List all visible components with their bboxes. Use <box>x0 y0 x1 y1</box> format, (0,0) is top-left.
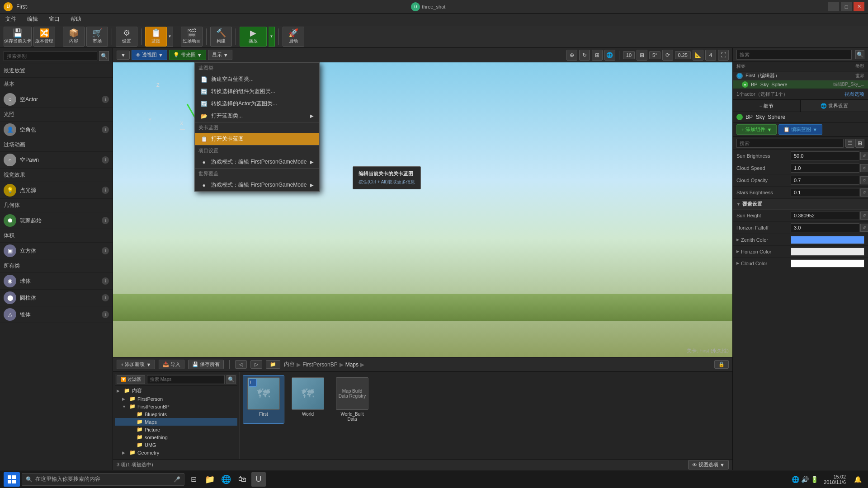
cutscene-button[interactable]: 🎬 过场动画 <box>181 27 203 47</box>
bp-open-class-button[interactable]: 📂 打开蓝图类... ▶ <box>195 110 319 122</box>
cam-speed-btn[interactable]: 4 <box>705 50 716 61</box>
add-component-button[interactable]: + 添加组件 ▼ <box>736 124 777 135</box>
filter-button[interactable]: 🔽 过滤器 <box>117 375 145 384</box>
point-light-info-icon[interactable]: ℹ <box>102 187 109 194</box>
sun-brightness-input[interactable] <box>791 151 859 160</box>
breadcrumb-maps[interactable]: Maps <box>345 361 359 368</box>
file-item-world[interactable]: 🗺 World <box>288 375 328 423</box>
player-start-info-icon[interactable]: ℹ <box>102 217 109 224</box>
lit-button[interactable]: 💡 带光照 ▼ <box>169 50 206 60</box>
content-button[interactable]: 📦 内容 <box>63 27 85 47</box>
maximize-button[interactable]: □ <box>841 2 852 11</box>
sun-brightness-reset[interactable]: ↺ <box>860 152 868 160</box>
empty-pawn-info-icon[interactable]: ℹ <box>102 156 109 164</box>
nav-forward-button[interactable]: ▷ <box>250 360 262 369</box>
category-recent[interactable]: 最近放置 <box>0 64 113 78</box>
battery-icon[interactable]: 🔋 <box>811 476 818 483</box>
sphere-info-icon[interactable]: ℹ <box>102 277 109 285</box>
search-maps-input[interactable] <box>147 375 225 384</box>
category-item-cube[interactable]: ▣ 立方体 ℹ <box>0 243 113 259</box>
settings-button[interactable]: ⚙ 设置 <box>116 27 137 47</box>
menu-file[interactable]: 文件 <box>4 14 18 24</box>
world-space-btn[interactable]: 🌐 <box>604 50 615 61</box>
stars-brightness-input[interactable] <box>791 188 859 197</box>
snap-btn[interactable]: 📐 <box>693 50 703 61</box>
market-button[interactable]: 🛒 市场 <box>86 27 108 47</box>
tree-geometry[interactable]: ▶ 📁 Geometry <box>115 449 237 456</box>
horizon-color-bar[interactable] <box>791 248 864 256</box>
file-item-world-data[interactable]: Map Build Data Registry World_BuiltData <box>332 375 373 423</box>
tree-blueprints[interactable]: 📁 Blueprints <box>115 410 237 418</box>
props-search-input[interactable] <box>736 139 844 148</box>
rotate-icon-btn[interactable]: ↻ <box>579 50 590 61</box>
empty-actor-info-icon[interactable]: ℹ <box>102 96 109 103</box>
play-button[interactable]: ▶ 播放 <box>240 27 267 47</box>
nav-back-button[interactable]: ◁ <box>235 360 247 369</box>
snap-val-btn[interactable]: 0.25 <box>675 51 691 59</box>
category-item-empty-char[interactable]: 👤 空角色 ℹ <box>0 122 113 138</box>
cloud-color-bar[interactable] <box>791 259 864 267</box>
notification-icon[interactable]: 🔔 <box>851 476 864 483</box>
bp-convert-component-button[interactable]: 🔄 转换选择的组件为蓝图类... <box>195 85 319 98</box>
taskbar-ue4[interactable]: U <box>251 472 266 487</box>
tree-firstperson[interactable]: ▶ 📁 FirstPerson <box>115 395 237 403</box>
grid-btn[interactable]: ⊞ <box>637 50 647 61</box>
browse-button[interactable]: 📁 <box>266 360 280 369</box>
play-dropdown-arrow[interactable]: ▼ <box>269 27 275 47</box>
props-list-view-btn[interactable]: ☰ <box>845 139 854 148</box>
taskbar-search-bar[interactable]: 🔍 在这里输入你要搜索的内容 🎤 <box>22 473 184 486</box>
close-button[interactable]: ✕ <box>854 2 864 11</box>
menu-edit[interactable]: 编辑 <box>25 14 40 24</box>
horizon-falloff-input[interactable] <box>791 223 859 232</box>
bp-open-level-button[interactable]: 📋 打开关卡蓝图 <box>195 133 319 145</box>
taskbar-file-explorer[interactable]: 📁 <box>203 472 217 487</box>
volume-icon[interactable]: 🔊 <box>801 476 809 483</box>
edit-blueprint-button[interactable]: 📋 编辑蓝图 ▼ <box>778 124 822 135</box>
bp-game-mode2-button[interactable]: ● 游戏模式：编辑 FirstPersonGameMode ▶ <box>195 179 319 191</box>
taskbar-clock[interactable]: 15:02 2018/11/6 <box>820 474 849 485</box>
show-button[interactable]: 显示 ▼ <box>208 50 232 60</box>
category-lighting[interactable]: 光照 <box>0 108 113 122</box>
category-item-empty-pawn[interactable]: ○ 空Pawn ℹ <box>0 152 113 169</box>
grid-size-btn[interactable]: 10 <box>623 51 635 59</box>
save-all-button[interactable]: 💾 保存所有 <box>188 360 224 369</box>
cloud-opacity-reset[interactable]: ↺ <box>860 176 868 184</box>
category-basic[interactable]: 基本 <box>0 78 113 91</box>
category-geometry[interactable]: 几何体 <box>0 199 113 212</box>
blueprint-button[interactable]: 📋 蓝图 <box>145 27 167 47</box>
perspective-button[interactable]: 👁 透视图 ▼ <box>132 50 167 60</box>
empty-char-info-icon[interactable]: ℹ <box>102 126 109 133</box>
props-grid-view-btn[interactable]: ⊞ <box>855 139 864 148</box>
scale-icon-btn[interactable]: ⊞ <box>592 50 603 61</box>
tree-something[interactable]: 📁 something <box>115 433 237 441</box>
file-item-first[interactable]: + 🗺 First <box>243 375 284 423</box>
category-item-cone[interactable]: △ 锥体 ℹ <box>0 306 113 323</box>
category-item-player-start[interactable]: ⬟ 玩家起始 ℹ <box>0 212 113 229</box>
horizon-falloff-reset[interactable]: ↺ <box>860 224 868 232</box>
breadcrumb-firstperson[interactable]: FirstPersonBP <box>302 361 337 368</box>
start-button[interactable] <box>4 472 20 487</box>
view-options-right-link[interactable]: 视图选项 <box>844 91 864 98</box>
viewport-expand-button[interactable]: ▼ <box>117 51 130 60</box>
category-item-cylinder[interactable]: ⬤ 圆柱体 ℹ <box>0 290 113 306</box>
outliner-search-input[interactable] <box>736 50 852 60</box>
lock-button[interactable]: 🔒 <box>714 360 729 369</box>
category-item-empty-actor[interactable]: ○ 空Actor ℹ <box>0 91 113 108</box>
category-volume[interactable]: 体积 <box>0 229 113 243</box>
launch-button[interactable]: 🚀 启动 <box>283 27 304 47</box>
taskbar-store[interactable]: 🛍 <box>235 472 250 487</box>
detail-tab[interactable]: ≡ 细节 <box>733 100 801 112</box>
cloud-opacity-input[interactable] <box>791 176 859 185</box>
cylinder-info-icon[interactable]: ℹ <box>102 294 109 301</box>
save-current-level-button[interactable]: 💾 保存当前关卡 <box>4 27 32 47</box>
bp-new-empty-button[interactable]: 📄 新建空白蓝图类... <box>195 73 319 85</box>
import-button[interactable]: 📥 导入 <box>159 360 184 369</box>
taskbar-edge[interactable]: 🌐 <box>219 472 233 487</box>
outliner-sky-sphere-row[interactable]: ● BP_Sky_Sphere 编辑BP_Sky_... <box>733 80 868 89</box>
translate-icon-btn[interactable]: ⊕ <box>566 50 577 61</box>
cloud-speed-input[interactable] <box>791 164 859 173</box>
world-settings-tab[interactable]: 🌐 世界设置 <box>801 100 868 112</box>
menu-window[interactable]: 窗口 <box>47 14 61 24</box>
bp-convert-actor-button[interactable]: 🔄 转换选择的Actor为蓝图类... <box>195 98 319 110</box>
breadcrumb-content[interactable]: 内容 <box>284 361 295 368</box>
